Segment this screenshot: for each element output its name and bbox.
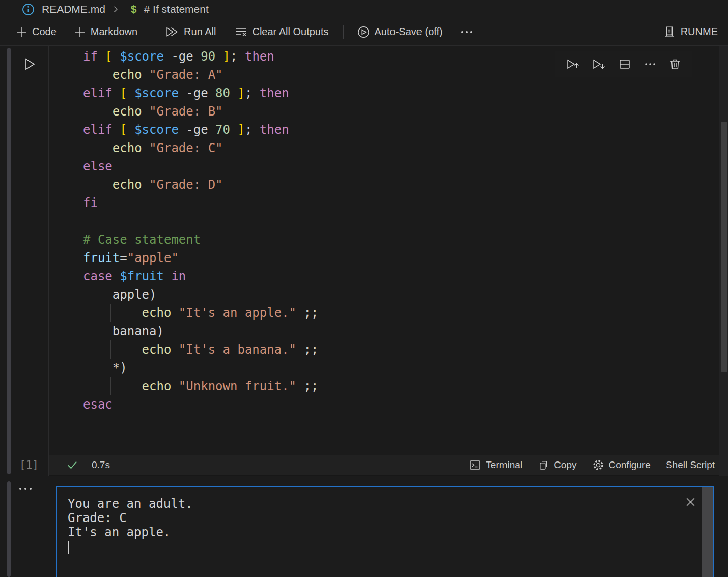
more-actions-icon[interactable]: [643, 57, 657, 71]
terminal-button[interactable]: Terminal: [469, 459, 522, 471]
terminal-icon: [469, 459, 481, 471]
cell-output-terminal[interactable]: You are an adult.Grade: CIt's an apple.: [56, 486, 714, 577]
code-line: banana): [83, 322, 318, 340]
configure-button[interactable]: Configure: [592, 459, 651, 471]
execution-count: [1]: [19, 459, 39, 471]
code-line: apple): [83, 285, 318, 304]
add-markdown-button[interactable]: Markdown: [74, 26, 137, 38]
plus-icon: [15, 26, 27, 38]
auto-save-label: Auto-Save (off): [375, 26, 443, 38]
code-line: echo "It's an apple." ;;: [83, 304, 318, 322]
clear-all-outputs-label: Clear All Outputs: [252, 26, 328, 38]
cell-focus-indicator[interactable]: [7, 48, 11, 474]
breadcrumb: README.md $ # If statement: [0, 0, 728, 18]
copy-icon: [538, 459, 549, 471]
code-line: fruit="apple": [83, 249, 318, 267]
code-line: *): [83, 359, 318, 377]
add-markdown-label: Markdown: [91, 26, 137, 38]
code-line: elif [ $score -ge 70 ]; then: [83, 121, 318, 139]
code-line: [83, 212, 318, 230]
runme-brand[interactable]: RUNME: [663, 25, 718, 39]
run-all-label: Run All: [184, 26, 216, 38]
toolbar-divider: [152, 25, 152, 39]
code-line: echo "Grade: A": [83, 66, 318, 84]
code-line: echo "Unknown fruit." ;;: [83, 377, 318, 395]
code-line: echo "Grade: C": [83, 139, 318, 157]
execute-below-icon[interactable]: [592, 57, 606, 71]
clear-all-outputs-button[interactable]: Clear All Outputs: [234, 26, 328, 38]
output-more-button[interactable]: [17, 484, 35, 494]
code-line: case $fruit in: [83, 267, 318, 285]
run-cell-button[interactable]: [21, 56, 38, 72]
toolbar-more-button[interactable]: [459, 26, 474, 38]
add-code-label: Code: [32, 26, 57, 38]
cell-toolbar: [555, 51, 692, 77]
output-scrollbar[interactable]: [702, 487, 713, 577]
language-selector[interactable]: Shell Script: [666, 459, 715, 471]
delete-cell-icon[interactable]: [668, 57, 682, 71]
code-line: esac: [83, 395, 318, 414]
code-editor[interactable]: if [ $score -ge 90 ]; then echo "Grade: …: [49, 46, 719, 455]
window-scrollbar-thumb[interactable]: [721, 122, 727, 372]
cell-focus-indicator[interactable]: [7, 481, 11, 577]
success-check-icon: [65, 459, 79, 471]
notebook-window: README.md $ # If statement Code Markdown: [0, 0, 728, 577]
notebook-toolbar: Code Markdown Run All Clear: [0, 18, 728, 46]
clear-outputs-icon: [234, 26, 247, 38]
runme-logo-icon: [663, 25, 676, 39]
add-code-button[interactable]: Code: [15, 26, 57, 38]
code-line: # Case statement: [83, 230, 318, 249]
run-all-icon: [165, 25, 179, 38]
run-all-button[interactable]: Run All: [165, 25, 216, 38]
toolbar-divider: [343, 25, 344, 39]
execute-above-icon[interactable]: [566, 57, 580, 71]
code-line: fi: [83, 194, 318, 212]
shell-cell-icon: $: [131, 3, 137, 15]
terminal-label: Terminal: [486, 459, 522, 471]
info-icon[interactable]: [21, 3, 35, 16]
code-line: echo "Grade: D": [83, 176, 318, 194]
runme-label: RUNME: [681, 26, 718, 38]
close-output-icon[interactable]: [684, 496, 697, 508]
auto-save-button[interactable]: Auto-Save (off): [357, 25, 443, 39]
copy-button[interactable]: Copy: [538, 459, 576, 471]
code-line: elif [ $score -ge 80 ]; then: [83, 84, 318, 102]
split-cell-icon[interactable]: [618, 57, 631, 71]
breadcrumb-file[interactable]: README.md: [42, 3, 105, 15]
code-line: echo "Grade: B": [83, 102, 318, 121]
plus-icon: [74, 26, 86, 38]
execution-duration: 0.7s: [92, 459, 110, 471]
configure-label: Configure: [609, 459, 651, 471]
terminal-output-text: You are an adult.Grade: CIt's an apple.: [68, 497, 193, 554]
cell-statusbar: 0.7s Terminal: [49, 455, 728, 476]
gear-icon: [592, 459, 604, 471]
code-lines: if [ $score -ge 90 ]; then echo "Grade: …: [83, 47, 318, 414]
breadcrumb-cell-title[interactable]: # If statement: [144, 3, 209, 15]
code-line: if [ $score -ge 90 ]; then: [83, 47, 318, 66]
language-label: Shell Script: [666, 459, 715, 471]
copy-label: Copy: [554, 459, 576, 471]
notebook-cell: if [ $score -ge 90 ]; then echo "Grade: …: [0, 46, 728, 577]
code-line: echo "It's a banana." ;;: [83, 340, 318, 359]
code-line: else: [83, 157, 318, 176]
auto-save-icon: [357, 25, 370, 39]
terminal-cursor: [68, 541, 69, 554]
chevron-right-icon: [110, 4, 121, 14]
